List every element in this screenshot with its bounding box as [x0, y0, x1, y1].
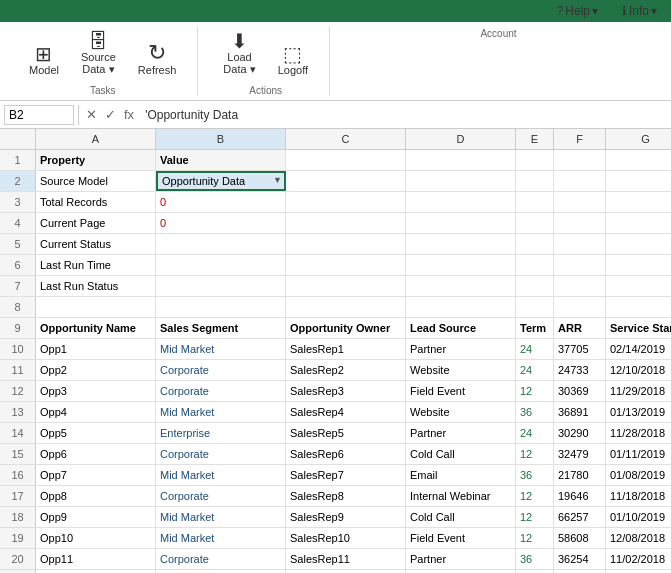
cell-g8[interactable] — [606, 297, 671, 317]
cell-B20[interactable]: Corporate — [156, 549, 286, 569]
cell-g7[interactable] — [606, 276, 671, 296]
cell-d9[interactable]: Lead Source — [406, 318, 516, 338]
cell-G10[interactable]: 02/14/2019 — [606, 339, 671, 359]
cell-g6[interactable] — [606, 255, 671, 275]
cell-f1[interactable] — [554, 150, 606, 170]
cell-a1[interactable]: Property — [36, 150, 156, 170]
cell-E17[interactable]: 12 — [516, 486, 554, 506]
cell-f6[interactable] — [554, 255, 606, 275]
cell-e6[interactable] — [516, 255, 554, 275]
formula-input[interactable] — [141, 106, 667, 124]
load-data-button[interactable]: ⬇ LoadData ▾ — [214, 26, 264, 81]
cell-c1[interactable] — [286, 150, 406, 170]
cell-C14[interactable]: SalesRep5 — [286, 423, 406, 443]
cell-b5[interactable] — [156, 234, 286, 254]
cell-F10[interactable]: 37705 — [554, 339, 606, 359]
cell-E18[interactable]: 12 — [516, 507, 554, 527]
cell-d2[interactable] — [406, 171, 516, 191]
cell-g9[interactable]: Service Start — [606, 318, 671, 338]
cell-e1[interactable] — [516, 150, 554, 170]
cell-b8[interactable] — [156, 297, 286, 317]
cell-E20[interactable]: 36 — [516, 549, 554, 569]
refresh-button[interactable]: ↻ Refresh — [129, 37, 186, 81]
cell-E15[interactable]: 12 — [516, 444, 554, 464]
cell-E10[interactable]: 24 — [516, 339, 554, 359]
cell-b9[interactable]: Sales Segment — [156, 318, 286, 338]
cell-e5[interactable] — [516, 234, 554, 254]
info-button[interactable]: ℹ Info ▾ — [616, 2, 663, 20]
source-data-button[interactable]: 🗄 SourceData ▾ — [72, 26, 125, 81]
cell-d1[interactable] — [406, 150, 516, 170]
cell-F14[interactable]: 30290 — [554, 423, 606, 443]
cell-A11[interactable]: Opp2 — [36, 360, 156, 380]
cell-a4[interactable]: Current Page — [36, 213, 156, 233]
col-header-f[interactable]: F — [554, 129, 606, 149]
cell-D13[interactable]: Website — [406, 402, 516, 422]
cell-c3[interactable] — [286, 192, 406, 212]
cell-d7[interactable] — [406, 276, 516, 296]
cell-D11[interactable]: Website — [406, 360, 516, 380]
cell-E16[interactable]: 36 — [516, 465, 554, 485]
col-header-e[interactable]: E — [516, 129, 554, 149]
cell-G18[interactable]: 01/10/2019 — [606, 507, 671, 527]
confirm-formula-icon[interactable]: ✓ — [102, 106, 119, 123]
cancel-formula-icon[interactable]: ✕ — [83, 106, 100, 123]
cell-E14[interactable]: 24 — [516, 423, 554, 443]
cell-g4[interactable] — [606, 213, 671, 233]
cell-B17[interactable]: Corporate — [156, 486, 286, 506]
cell-d4[interactable] — [406, 213, 516, 233]
cell-c4[interactable] — [286, 213, 406, 233]
cell-F16[interactable]: 21780 — [554, 465, 606, 485]
cell-F18[interactable]: 66257 — [554, 507, 606, 527]
cell-D14[interactable]: Partner — [406, 423, 516, 443]
cell-e3[interactable] — [516, 192, 554, 212]
cell-D10[interactable]: Partner — [406, 339, 516, 359]
cell-G19[interactable]: 12/08/2018 — [606, 528, 671, 548]
cell-a3[interactable]: Total Records — [36, 192, 156, 212]
cell-A19[interactable]: Opp10 — [36, 528, 156, 548]
cell-b1[interactable]: Value — [156, 150, 286, 170]
cell-f5[interactable] — [554, 234, 606, 254]
cell-c5[interactable] — [286, 234, 406, 254]
col-header-a[interactable]: A — [36, 129, 156, 149]
cell-f7[interactable] — [554, 276, 606, 296]
cell-c2[interactable] — [286, 171, 406, 191]
cell-c7[interactable] — [286, 276, 406, 296]
cell-a8[interactable] — [36, 297, 156, 317]
cell-f8[interactable] — [554, 297, 606, 317]
cell-D18[interactable]: Cold Call — [406, 507, 516, 527]
cell-B18[interactable]: Mid Market — [156, 507, 286, 527]
cell-F17[interactable]: 19646 — [554, 486, 606, 506]
cell-B10[interactable]: Mid Market — [156, 339, 286, 359]
cell-A20[interactable]: Opp11 — [36, 549, 156, 569]
cell-F13[interactable]: 36891 — [554, 402, 606, 422]
cell-C20[interactable]: SalesRep11 — [286, 549, 406, 569]
cell-b3[interactable]: 0 — [156, 192, 286, 212]
model-button[interactable]: ⊞ Model — [20, 39, 68, 81]
cell-F12[interactable]: 30369 — [554, 381, 606, 401]
cell-G13[interactable]: 01/13/2019 — [606, 402, 671, 422]
cell-E12[interactable]: 12 — [516, 381, 554, 401]
cell-c8[interactable] — [286, 297, 406, 317]
cell-G12[interactable]: 11/29/2018 — [606, 381, 671, 401]
cell-b7[interactable] — [156, 276, 286, 296]
cell-f9[interactable]: ARR — [554, 318, 606, 338]
cell-C18[interactable]: SalesRep9 — [286, 507, 406, 527]
cell-B14[interactable]: Enterprise — [156, 423, 286, 443]
cell-b4[interactable]: 0 — [156, 213, 286, 233]
cell-A14[interactable]: Opp5 — [36, 423, 156, 443]
cell-C12[interactable]: SalesRep3 — [286, 381, 406, 401]
col-header-g[interactable]: G — [606, 129, 671, 149]
col-header-d[interactable]: D — [406, 129, 516, 149]
cell-B11[interactable]: Corporate — [156, 360, 286, 380]
cell-f3[interactable] — [554, 192, 606, 212]
cell-e8[interactable] — [516, 297, 554, 317]
cell-C13[interactable]: SalesRep4 — [286, 402, 406, 422]
cell-c9[interactable]: Opportunity Owner — [286, 318, 406, 338]
cell-B12[interactable]: Corporate — [156, 381, 286, 401]
cell-B16[interactable]: Mid Market — [156, 465, 286, 485]
cell-D12[interactable]: Field Event — [406, 381, 516, 401]
cell-E11[interactable]: 24 — [516, 360, 554, 380]
cell-f4[interactable] — [554, 213, 606, 233]
cell-g2[interactable] — [606, 171, 671, 191]
